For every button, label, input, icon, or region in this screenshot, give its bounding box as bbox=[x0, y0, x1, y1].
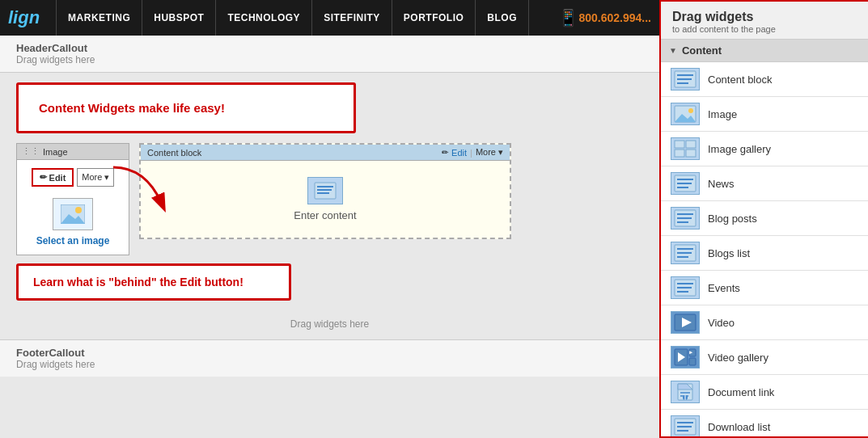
content-block-body: Enter content bbox=[141, 161, 510, 238]
image-widget: ⋮⋮ Image ✏ Edit More ▾ bbox=[16, 143, 129, 255]
footer-callout-title: FooterCallout bbox=[16, 347, 643, 359]
svg-point-14 bbox=[688, 108, 693, 113]
events-icon bbox=[671, 276, 700, 299]
enter-content-text: Enter content bbox=[294, 209, 356, 221]
widget-item-video-gallery[interactable]: Video gallery bbox=[661, 340, 868, 375]
widget-row: ⋮⋮ Image ✏ Edit More ▾ bbox=[16, 143, 643, 255]
svg-rect-16 bbox=[686, 141, 696, 148]
content-block-label: Content block bbox=[708, 74, 773, 86]
logo: lign bbox=[8, 7, 40, 28]
footer-callout-zone: FooterCallout Drag widgets here bbox=[0, 339, 659, 377]
widget-item-image[interactable]: Image bbox=[661, 97, 868, 132]
image-gallery-icon bbox=[671, 137, 700, 160]
document-link-icon bbox=[671, 381, 700, 403]
image-icon bbox=[671, 103, 700, 125]
nav-marketing[interactable]: MARKETING bbox=[56, 0, 142, 36]
drag-widgets-subtitle: to add content to the page bbox=[672, 24, 857, 34]
nav-hubspot[interactable]: HUBSPOT bbox=[142, 0, 216, 36]
image-edit-button[interactable]: ✏ Edit bbox=[32, 168, 74, 187]
video-gallery-label: Video gallery bbox=[708, 352, 768, 364]
widget-item-blog-posts[interactable]: Blog posts bbox=[661, 201, 868, 236]
widget-item-video[interactable]: Video bbox=[661, 305, 868, 340]
blog-posts-label: Blog posts bbox=[708, 213, 757, 225]
nav-items: MARKETING HUBSPOT TECHNOLOGY SITEFINITY … bbox=[56, 0, 550, 36]
section-header-content[interactable]: ▼ Content bbox=[661, 40, 868, 62]
collapse-icon: ▼ bbox=[669, 46, 677, 55]
nav-bar: lign MARKETING HUBSPOT TECHNOLOGY SITEFI… bbox=[0, 0, 659, 36]
nav-blog[interactable]: BLOG bbox=[476, 0, 529, 36]
pencil-icon: ✏ bbox=[40, 172, 47, 183]
news-icon bbox=[671, 172, 700, 195]
right-panel-header: Drag widgets to add content to the page bbox=[661, 2, 868, 39]
cb-chevron-icon: ▾ bbox=[498, 147, 503, 157]
learn-text: Learn what is "behind" the Edit button! bbox=[33, 276, 243, 288]
content-block-more-button[interactable]: More ▾ bbox=[476, 147, 503, 158]
header-callout-subtitle: Drag widgets here bbox=[16, 54, 643, 65]
widget-section: ▼ Content Content block bbox=[661, 39, 868, 436]
content-block-header: Content block ✏ Edit | More ▾ bbox=[141, 145, 510, 161]
image-widget-body: ✏ Edit More ▾ bbox=[17, 160, 129, 255]
nav-technology[interactable]: TECHNOLOGY bbox=[216, 0, 312, 36]
content-block-actions: ✏ Edit | More ▾ bbox=[442, 147, 503, 158]
widget-item-image-gallery[interactable]: Image gallery bbox=[661, 132, 868, 166]
enter-content-icon bbox=[307, 177, 343, 204]
content-widgets-box: Content Widgets make life easy! bbox=[16, 82, 356, 133]
download-list-icon bbox=[671, 415, 700, 436]
mobile-icon: 📱 bbox=[558, 8, 578, 27]
image-gallery-label: Image gallery bbox=[708, 143, 771, 155]
svg-rect-15 bbox=[675, 141, 684, 148]
right-panel: Drag widgets to add content to the page … bbox=[659, 0, 868, 438]
svg-rect-18 bbox=[686, 150, 696, 157]
section-label: Content bbox=[682, 44, 722, 57]
blogs-list-label: Blogs list bbox=[708, 247, 750, 259]
image-more-button[interactable]: More ▾ bbox=[77, 168, 114, 187]
blog-posts-icon bbox=[671, 207, 700, 230]
document-link-label: Document link bbox=[708, 386, 774, 398]
header-callout-zone: HeaderCallout Drag widgets here bbox=[0, 36, 659, 73]
image-placeholder bbox=[53, 198, 93, 230]
download-list-label: Download list bbox=[708, 421, 770, 433]
content-block-title: Content block bbox=[147, 148, 201, 158]
content-block-icon bbox=[671, 68, 700, 91]
image-widget-title: ⋮⋮ Image bbox=[22, 146, 68, 157]
blogs-list-icon bbox=[671, 242, 700, 264]
nav-portfolio[interactable]: PORTFOLIO bbox=[392, 0, 476, 36]
cb-pencil-icon: ✏ bbox=[442, 148, 448, 157]
widget-item-blogs-list[interactable]: Blogs list bbox=[661, 236, 868, 271]
nav-sitefinity[interactable]: SITEFINITY bbox=[312, 0, 392, 36]
drag-zone: Drag widgets here bbox=[0, 309, 659, 339]
image-label: Image bbox=[708, 108, 737, 120]
widget-item-download-list[interactable]: Download list bbox=[661, 410, 868, 436]
svg-point-2 bbox=[75, 207, 82, 213]
image-widget-header: ⋮⋮ Image bbox=[17, 144, 129, 160]
video-gallery-icon bbox=[671, 346, 700, 369]
video-label: Video bbox=[708, 317, 735, 329]
learn-box: Learn what is "behind" the Edit button! bbox=[16, 263, 291, 301]
content-widgets-text: Content Widgets make life easy! bbox=[39, 101, 225, 115]
drag-widgets-title: Drag widgets bbox=[672, 10, 857, 24]
footer-callout-subtitle: Drag widgets here bbox=[16, 359, 643, 370]
widget-item-document-link[interactable]: Document link bbox=[661, 375, 868, 410]
select-image-link[interactable]: Select an image bbox=[36, 235, 110, 246]
image-widget-controls: ✏ Edit More ▾ bbox=[32, 168, 115, 187]
phone-number: 800.602.994... bbox=[578, 11, 651, 24]
header-callout-title: HeaderCallout bbox=[16, 42, 643, 54]
svg-rect-41 bbox=[689, 358, 696, 365]
page-content: HeaderCallout Drag widgets here Content … bbox=[0, 36, 659, 438]
chevron-down-icon: ▾ bbox=[104, 172, 109, 182]
svg-rect-17 bbox=[675, 150, 684, 157]
widget-item-news[interactable]: News bbox=[661, 166, 868, 201]
events-label: Events bbox=[708, 282, 740, 294]
content-block-edit-button[interactable]: Edit bbox=[451, 148, 467, 158]
news-label: News bbox=[708, 178, 735, 190]
widget-item-events[interactable]: Events bbox=[661, 271, 868, 305]
video-icon bbox=[671, 311, 700, 334]
widget-item-content-block[interactable]: Content block bbox=[661, 62, 868, 97]
grid-drag-icon: ⋮⋮ bbox=[22, 146, 40, 157]
content-block-widget: Content block ✏ Edit | More ▾ bbox=[139, 143, 511, 239]
